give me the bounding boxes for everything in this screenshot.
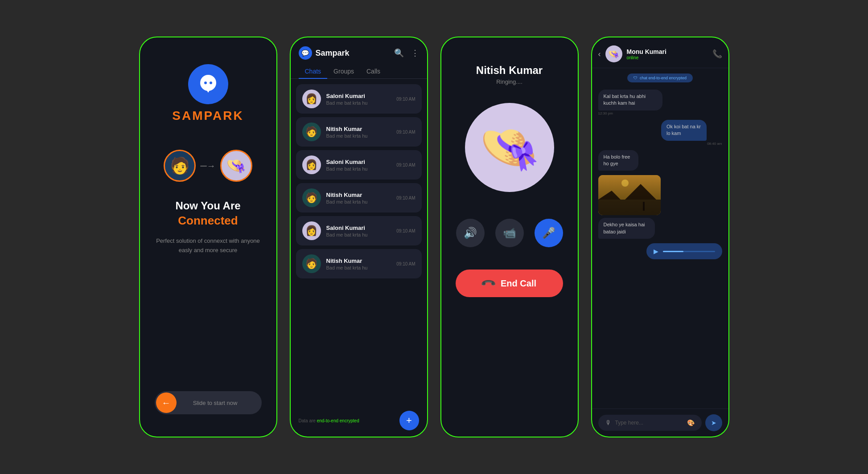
slide-to-start-button[interactable]: ← Slide to start now [155,391,262,414]
brand-name: SAMPARK [172,109,243,123]
svg-point-0 [200,75,216,91]
chat-preview: Bad me bat krta hu [326,265,391,270]
svg-point-2 [210,82,212,84]
message-input[interactable]: 🎙 Type here... 🎨 [598,415,702,431]
app-header: 💬 Sampark 🔍 ⋮ [291,37,427,64]
footer: Data are end-to-end encrypted + [291,405,427,437]
chat-time: 09:10 AM [396,130,415,135]
chat-list: 👩 Saloni Kumari Bad me bat krta hu 09:10… [291,84,427,405]
tab-groups[interactable]: Groups [327,64,360,78]
voice-call-button[interactable]: 📞 [712,49,722,59]
chat-icon [197,73,219,95]
chat-item[interactable]: 🧑 Nitish Kumar Bad me bat krta hu 09:10 … [296,183,422,212]
avatar: 🧑 [302,254,321,273]
avatar-user: 🧑 [164,150,196,182]
chat-name: Saloni Kumari [326,225,391,231]
message-wrapper: Ok koi bat na kr lo kam 08:40 am [661,120,722,146]
avatar: 🧑 [302,123,321,141]
send-button[interactable]: ➤ [705,414,722,431]
chat-info: Saloni Kumari Bad me bat krta hu [326,225,391,237]
chat-name: Nitish Kumar [326,126,391,132]
chat-info: Nitish Kumar Bad me bat krta hu [326,192,391,204]
message-wrapper: Kal bat krta hu abhi kuchh kam hai 12:30… [598,90,684,115]
caller-name: Nitish Kumar [476,64,543,77]
slide-knob: ← [156,392,177,413]
end-call-button[interactable]: 📞 End Call [456,270,563,297]
search-icon[interactable]: 🔍 [394,48,404,58]
avatar-contact: 👒 [220,150,252,182]
end-call-icon: 📞 [480,275,497,291]
svg-rect-4 [598,175,661,215]
avatar: 👩 [302,90,321,108]
app-logo: 💬 [299,46,312,60]
chat-time: 09:10 AM [396,196,415,200]
chat-preview: Bad me bat krta hu [326,232,391,237]
chat-header: ‹ 👒 Monu Kumari online 📞 [592,37,728,68]
message-time: 08:40 am [661,142,722,146]
chat-info: Nitish Kumar Bad me bat krta hu [326,126,391,139]
sticker-icon: 🎨 [687,419,695,426]
input-placeholder: Type here... [615,420,683,426]
microphone-icon: 🎙 [605,419,612,426]
chat-item[interactable]: 🧑 Nitish Kumar Bad me bat krta hu 09:10 … [296,249,422,278]
user-info: Monu Kumari online [627,48,708,60]
svg-rect-5 [598,200,661,215]
svg-point-1 [204,82,207,84]
screen-call: Nitish Kumar Ringing.... 👒 🔊 📹 🎤 📞 End C… [440,37,579,437]
back-button[interactable]: ‹ [598,49,601,59]
message-bubble-in: Kal bat krta hu abhi kuchh kam hai [598,90,663,110]
mute-button[interactable]: 🎤 [535,219,563,247]
svg-marker-3 [206,89,210,93]
chat-item[interactable]: 👩 Saloni Kumari Bad me bat krta hu 09:10… [296,84,422,114]
encrypted-link: end-to-end encrypted [317,418,359,423]
chat-time: 09:10 AM [396,97,415,102]
chat-name: Saloni Kumari [326,159,391,165]
avatar: 👩 [302,155,321,174]
subtitle: Perfect solution of connexct with anyone… [153,237,263,255]
chat-item[interactable]: 👩 Saloni Kumari Bad me bat krta hu 09:10… [296,150,422,180]
video-button[interactable]: 📹 [495,219,524,247]
chat-time: 09:10 AM [396,262,415,266]
end-call-label: End Call [501,278,536,289]
shield-icon: 🛡 [634,76,638,80]
e2e-badge: 🛡 chat end-to-end encrypted [627,74,693,82]
chat-item[interactable]: 🧑 Nitish Kumar Bad me bat krta hu 09:10 … [296,117,422,147]
tab-chats[interactable]: Chats [299,64,328,78]
more-icon[interactable]: ⋮ [411,48,419,58]
avatar: 👩 [302,221,321,240]
chat-preview: Bad me bat krta hu [326,133,391,139]
tab-calls[interactable]: Calls [360,64,387,78]
avatar-row: 🧑 ─→ 👒 [164,150,252,182]
svg-rect-9 [643,202,645,211]
connection-arrow: ─→ [200,161,215,171]
screen-welcome: SAMPARK 🧑 ─→ 👒 Now You Are Connected Per… [139,37,277,437]
message-time: 12:30 pm [598,111,684,115]
screen-chat-list: 💬 Sampark 🔍 ⋮ Chats Groups Calls 👩 Salon… [290,37,428,437]
message-image [598,175,661,215]
app-title: Sampark [316,49,391,58]
chat-info: Saloni Kumari Bad me bat krta hu [326,93,391,106]
audio-message[interactable]: ▶ [646,243,722,259]
chat-info: Saloni Kumari Bad me bat krta hu [326,159,391,172]
messages-area: 🛡 chat end-to-end encrypted Kal bat krta… [592,68,728,409]
header-actions: 🔍 ⋮ [394,48,419,58]
landscape-image [598,175,661,215]
screen-conversation: ‹ 👒 Monu Kumari online 📞 🛡 chat end-to-e… [591,37,729,437]
user-avatar: 👒 [605,45,622,62]
slide-label: Slide to start now [178,400,262,406]
connected-highlight: Connected [178,214,238,228]
message-input-area: 🎙 Type here... 🎨 ➤ [592,409,728,437]
chat-time: 09:10 AM [396,229,415,233]
caller-status: Ringing.... [496,78,522,85]
chat-item[interactable]: 👩 Saloni Kumari Bad me bat krta hu 09:10… [296,216,422,245]
message-bubble-in: Ha bolo free ho gye [598,150,638,171]
message-bubble-out: Ok koi bat na kr lo kam [661,120,707,141]
avatar: 🧑 [302,188,321,207]
call-controls: 🔊 📹 🎤 [456,219,563,247]
chat-name: Saloni Kumari [326,93,391,99]
chat-preview: Bad me bat krta hu [326,199,391,204]
speaker-button[interactable]: 🔊 [456,219,485,247]
new-chat-button[interactable]: + [399,411,419,430]
connected-text: Now You Are [175,200,240,212]
chat-preview: Bad me bat krta hu [326,166,391,172]
